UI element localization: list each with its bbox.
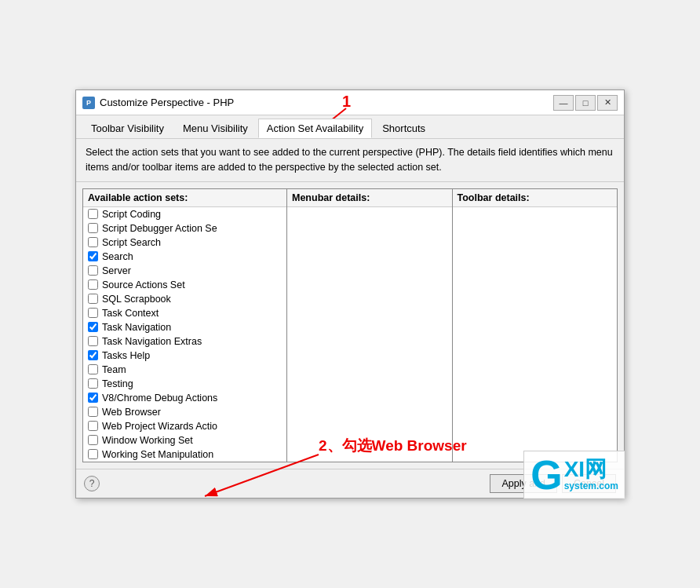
action-set-checkbox[interactable] [88, 308, 98, 318]
action-set-label: Testing [102, 378, 133, 389]
action-set-checkbox[interactable] [88, 449, 98, 459]
bottom-bar: ? Apply and Cancel [76, 469, 624, 498]
action-set-checkbox[interactable] [88, 322, 98, 332]
maximize-button[interactable]: □ [575, 95, 596, 111]
toolbar-details-header: Toolbar details: [453, 189, 618, 207]
list-item[interactable]: Web Browser [83, 405, 286, 419]
list-item[interactable]: Script Debugger Action Se [83, 221, 286, 236]
action-set-checkbox[interactable] [88, 251, 98, 261]
list-item[interactable]: Task Context [83, 306, 286, 320]
window-controls: — □ ✕ [553, 95, 618, 111]
list-item[interactable]: Window Working Set [83, 433, 286, 447]
action-set-checkbox[interactable] [88, 279, 98, 290]
action-sets-list[interactable]: Script CodingScript Debugger Action SeSc… [83, 207, 286, 462]
action-set-checkbox[interactable] [88, 407, 98, 417]
list-item[interactable]: Working Set Manipulation [83, 447, 286, 462]
main-window: P Customize Perspective - PHP — □ ✕ Tool… [75, 89, 625, 499]
action-set-checkbox[interactable] [88, 378, 98, 389]
action-set-checkbox[interactable] [88, 421, 98, 431]
action-set-label: V8/Chrome Debug Actions [102, 393, 217, 404]
action-set-checkbox[interactable] [88, 237, 98, 247]
list-item[interactable]: SQL Scrapbook [83, 292, 286, 306]
action-set-label: Search [102, 251, 133, 262]
action-set-checkbox[interactable] [88, 364, 98, 374]
list-item[interactable]: Server [83, 264, 286, 278]
tab-menu-visibility[interactable]: Menu Visibility [174, 119, 257, 138]
action-set-label: Source Actions Set [102, 279, 185, 290]
list-item[interactable]: Source Actions Set [83, 278, 286, 292]
action-set-label: Script Search [102, 237, 161, 248]
action-set-label: Team [102, 364, 126, 375]
tab-shortcuts[interactable]: Shortcuts [374, 119, 434, 138]
action-set-checkbox[interactable] [88, 393, 98, 403]
cancel-button[interactable]: Cancel [562, 474, 616, 493]
action-set-label: Web Browser [102, 407, 161, 418]
menubar-details-header: Menubar details: [287, 189, 452, 207]
action-set-label: Task Context [102, 308, 159, 319]
action-set-checkbox[interactable] [88, 350, 98, 360]
list-item[interactable]: Task Navigation [83, 320, 286, 334]
list-item[interactable]: V8/Chrome Debug Actions [83, 391, 286, 405]
action-set-label: Web Project Wizards Actio [102, 421, 217, 432]
action-set-label: Window Working Set [102, 435, 193, 446]
action-set-checkbox[interactable] [88, 209, 98, 219]
available-sets-header: Available action sets: [83, 189, 286, 207]
app-icon: P [82, 97, 95, 109]
action-sets-column: Available action sets: Script CodingScri… [83, 189, 287, 462]
title-bar: P Customize Perspective - PHP — □ ✕ [76, 90, 624, 115]
action-set-label: Working Set Manipulation [102, 449, 213, 460]
action-set-checkbox[interactable] [88, 223, 98, 233]
list-item[interactable]: Team [83, 363, 286, 377]
description-text: Select the action sets that you want to … [76, 139, 624, 182]
action-set-checkbox[interactable] [88, 336, 98, 346]
action-set-checkbox[interactable] [88, 294, 98, 304]
window-title: Customize Perspective - PHP [100, 97, 553, 108]
action-set-label: Server [102, 265, 131, 276]
close-button[interactable]: ✕ [597, 95, 618, 111]
tab-action-set-availability[interactable]: Action Set Availability [258, 119, 372, 138]
list-item[interactable]: Search [83, 250, 286, 264]
action-set-checkbox[interactable] [88, 265, 98, 276]
action-set-label: Task Navigation [102, 322, 171, 333]
minimize-button[interactable]: — [553, 95, 574, 111]
list-item[interactable]: Script Search [83, 236, 286, 250]
tabs-row: Toolbar Visibility Menu Visibility Actio… [76, 115, 624, 139]
list-item[interactable]: Testing [83, 377, 286, 391]
content-area: Available action sets: Script CodingScri… [76, 182, 624, 469]
columns-container: Available action sets: Script CodingScri… [82, 188, 618, 462]
action-set-label: Tasks Help [102, 350, 150, 361]
list-item[interactable]: Script Coding [83, 207, 286, 221]
toolbar-details-column: Toolbar details: [453, 189, 618, 462]
list-item[interactable]: Task Navigation Extras [83, 334, 286, 349]
action-set-label: SQL Scrapbook [102, 294, 171, 305]
list-item[interactable]: Web Project Wizards Actio [83, 419, 286, 433]
action-set-checkbox[interactable] [88, 435, 98, 445]
action-set-label: Task Navigation Extras [102, 336, 202, 347]
help-button[interactable]: ? [84, 476, 100, 491]
apply-close-button[interactable]: Apply and [490, 474, 557, 493]
menubar-details-column: Menubar details: [287, 189, 453, 462]
list-item[interactable]: Tasks Help [83, 349, 286, 363]
action-set-label: Script Coding [102, 209, 161, 220]
tab-toolbar-visibility[interactable]: Toolbar Visibility [82, 119, 173, 138]
action-set-label: Script Debugger Action Se [102, 223, 217, 234]
